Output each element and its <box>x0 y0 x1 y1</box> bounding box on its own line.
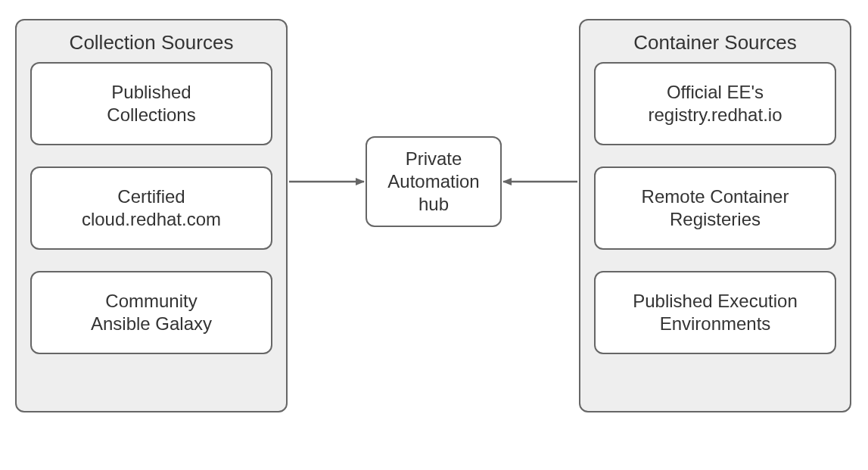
container-sources-items: Official EE's registry.redhat.io Remote … <box>580 62 850 368</box>
container-sources-group: Container Sources Official EE's registry… <box>579 19 851 412</box>
node-line: Published Execution <box>633 290 797 313</box>
collection-sources-group: Collection Sources Published Collections… <box>15 19 288 412</box>
node-line: Automation <box>387 170 479 193</box>
container-sources-title: Container Sources <box>580 31 850 54</box>
remote-container-registries-node: Remote Container Registeries <box>594 167 836 250</box>
node-line: Private <box>387 148 479 170</box>
community-galaxy-node: Community Ansible Galaxy <box>30 271 272 354</box>
node-line: Collections <box>107 104 195 126</box>
node-line: Ansible Galaxy <box>91 313 212 335</box>
node-line: cloud.redhat.com <box>82 208 221 231</box>
collection-sources-items: Published Collections Certified cloud.re… <box>17 62 286 368</box>
node-line: Registeries <box>642 208 789 231</box>
private-automation-hub-node: Private Automation hub <box>366 136 502 227</box>
published-collections-node: Published Collections <box>30 62 272 145</box>
node-line: Environments <box>633 313 797 335</box>
collection-sources-title: Collection Sources <box>17 31 286 54</box>
official-ee-node: Official EE's registry.redhat.io <box>594 62 836 145</box>
node-line: hub <box>387 193 479 216</box>
diagram-canvas: Collection Sources Published Collections… <box>0 0 868 470</box>
node-line: Published <box>107 81 195 104</box>
node-line: Official EE's <box>649 81 782 104</box>
certified-cloud-node: Certified cloud.redhat.com <box>30 167 272 250</box>
node-line: Community <box>91 290 212 313</box>
node-line: registry.redhat.io <box>649 104 782 126</box>
node-line: Remote Container <box>642 185 789 208</box>
node-line: Certified <box>82 185 221 208</box>
published-execution-environments-node: Published Execution Environments <box>594 271 836 354</box>
